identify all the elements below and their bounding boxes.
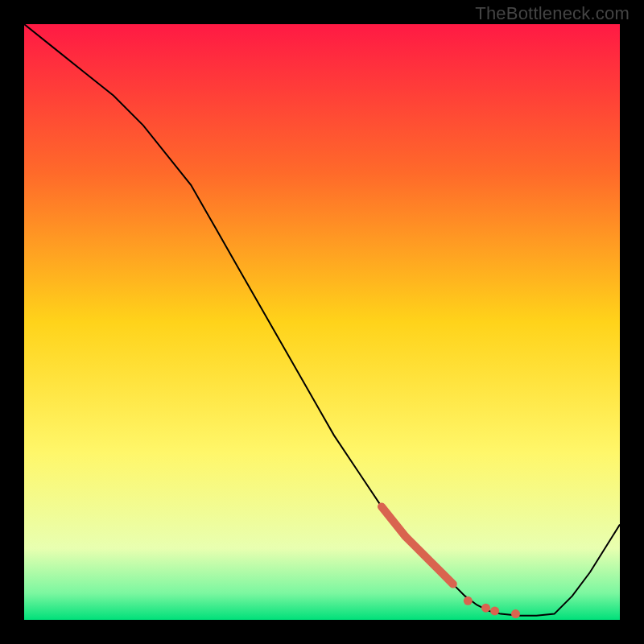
plot-area [24,24,620,620]
highlight-dot [481,604,490,613]
highlight-dot [464,597,473,605]
watermark-text: TheBottleneck.com [475,3,630,24]
gradient-background [24,24,620,620]
chart-svg [24,24,620,620]
chart-frame: TheBottleneck.com [0,0,644,644]
highlight-dot [511,609,520,618]
highlight-dot [490,606,499,615]
